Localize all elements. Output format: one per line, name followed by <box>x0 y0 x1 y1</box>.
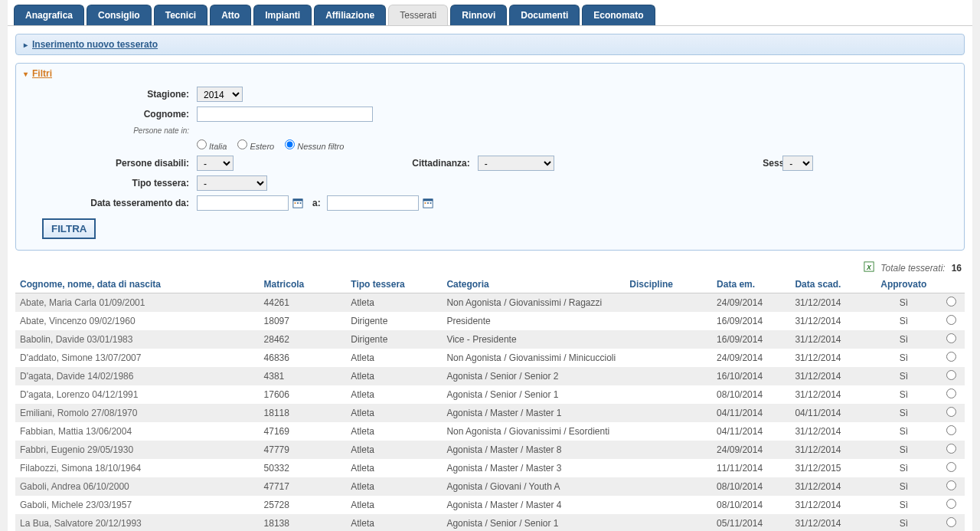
svg-rect-9 <box>430 202 431 204</box>
cell-approvato: Sì <box>869 459 939 477</box>
cell-emissione: 16/10/2014 <box>712 367 790 385</box>
col-matricola[interactable]: Matricola <box>260 276 347 293</box>
tab-anagrafica[interactable]: Anagrafica <box>14 5 84 25</box>
filtra-button[interactable]: FILTRA <box>42 218 96 239</box>
row-select-radio[interactable] <box>946 333 956 343</box>
row-select-radio[interactable] <box>946 297 956 306</box>
table-row[interactable]: Gaboli, Andrea 06/10/200047717AtletaAgon… <box>15 477 965 496</box>
tab-rinnovi[interactable]: Rinnovi <box>450 5 507 25</box>
cell-discipline <box>625 293 712 313</box>
row-select-radio[interactable] <box>946 517 956 527</box>
cell-matricola: 46836 <box>260 349 347 367</box>
table-row[interactable]: Emiliani, Romolo 27/08/197018118AtletaAg… <box>15 404 965 422</box>
tab-documenti[interactable]: Documenti <box>509 5 580 25</box>
data-a-input[interactable] <box>327 195 419 211</box>
tab-tecnici[interactable]: Tecnici <box>154 5 207 25</box>
cell-tipo: Atleta <box>346 293 442 313</box>
table-row[interactable]: Gaboli, Michele 23/03/195725728AtletaAgo… <box>15 496 965 514</box>
col-categoria[interactable]: Categoria <box>442 276 625 293</box>
table-row[interactable]: Abate, Vincenzo 09/02/196018097Dirigente… <box>15 312 965 330</box>
tab-tesserati[interactable]: Tesserati <box>388 5 448 25</box>
label-stagione: Stagione: <box>39 89 192 100</box>
cell-name: Abate, Maria Carla 01/09/2001 <box>15 293 260 313</box>
table-row[interactable]: Abate, Maria Carla 01/09/200144261Atleta… <box>15 293 965 313</box>
calendar-icon[interactable] <box>423 198 433 208</box>
row-select-radio[interactable] <box>946 388 956 398</box>
table-row[interactable]: Babolin, Davide 03/01/198328462Dirigente… <box>15 330 965 349</box>
row-select-radio[interactable] <box>946 499 956 509</box>
label-a: a: <box>305 198 325 208</box>
cell-name: Gaboli, Andrea 06/10/2000 <box>15 477 260 496</box>
cell-categoria: Non Agonista / Giovanissimi / Ragazzi <box>442 293 625 313</box>
tab-affiliazione[interactable]: Affiliazione <box>314 5 386 25</box>
radio-estero[interactable]: Estero <box>237 139 274 151</box>
cell-name: D'agata, Davide 14/02/1986 <box>15 367 260 385</box>
cittadinanza-select[interactable]: - <box>478 156 554 171</box>
col-emissione[interactable]: Data em. <box>712 276 790 293</box>
row-select-radio[interactable] <box>946 480 956 490</box>
svg-rect-2 <box>295 202 296 204</box>
cell-discipline <box>625 477 712 496</box>
totals-row: X Totale tesserati: 16 <box>8 258 972 276</box>
tab-consiglio[interactable]: Consiglio <box>87 5 152 25</box>
sesso-select[interactable]: - <box>782 156 813 171</box>
cell-tipo: Dirigente <box>346 330 442 349</box>
row-select-radio[interactable] <box>946 444 956 454</box>
radio-italia[interactable]: Italia <box>197 139 227 151</box>
row-select-radio[interactable] <box>946 315 956 325</box>
table-row[interactable]: D'agata, Davide 14/02/19864381AtletaAgon… <box>15 367 965 385</box>
cell-tipo: Atleta <box>346 349 442 367</box>
table-row[interactable]: Fabbri, Eugenio 29/05/193047779AtletaAgo… <box>15 441 965 459</box>
table-row[interactable]: Filabozzi, Simona 18/10/196450332AtletaA… <box>15 459 965 477</box>
table-row[interactable]: D'addato, Simone 13/07/200746836AtletaNo… <box>15 349 965 367</box>
tipo-tessera-select[interactable]: - <box>197 175 267 191</box>
table-row[interactable]: La Bua, Salvatore 20/12/199318138AtletaA… <box>15 514 965 531</box>
tab-atto[interactable]: Atto <box>210 5 251 25</box>
cell-matricola: 18138 <box>260 514 347 531</box>
cell-name: La Bua, Salvatore 20/12/1993 <box>15 514 260 531</box>
row-select-radio[interactable] <box>946 370 956 380</box>
row-select-radio[interactable] <box>946 352 956 362</box>
col-tipo[interactable]: Tipo tessera <box>346 276 442 293</box>
col-approvato[interactable]: Approvato <box>869 276 939 293</box>
row-select-radio[interactable] <box>946 425 956 435</box>
label-sesso: Sesso: <box>701 158 778 169</box>
cell-approvato: Sì <box>869 441 939 459</box>
cell-matricola: 44261 <box>260 293 347 313</box>
radio-nessun-filtro[interactable]: Nessun filtro <box>285 139 344 151</box>
row-select-radio[interactable] <box>946 407 956 417</box>
svg-rect-3 <box>297 202 299 204</box>
cell-matricola: 4381 <box>260 367 347 385</box>
cell-scadenza: 31/12/2014 <box>790 514 868 531</box>
disabili-select[interactable]: - <box>197 156 234 171</box>
table-row[interactable]: D'agata, Lorenzo 04/12/199117606AtletaAg… <box>15 385 965 404</box>
cell-discipline <box>625 330 712 349</box>
insert-panel[interactable]: ▸ Inserimento nuovo tesserato <box>15 34 965 55</box>
cell-name: Fabbri, Eugenio 29/05/1930 <box>15 441 260 459</box>
col-scadenza[interactable]: Data scad. <box>790 276 868 293</box>
table-row[interactable]: Fabbian, Mattia 13/06/200447169AtletaNon… <box>15 422 965 441</box>
filters-toggle[interactable]: ▾ Filtri <box>24 68 956 79</box>
col-discipline[interactable]: Discipline <box>625 276 712 293</box>
excel-export-icon[interactable]: X <box>864 261 874 274</box>
tab-economato[interactable]: Economato <box>582 5 655 25</box>
cell-approvato: Sì <box>869 349 939 367</box>
label-data-da: Data tesseramento da: <box>39 198 192 208</box>
calendar-icon[interactable] <box>292 198 303 208</box>
insert-link[interactable]: Inserimento nuovo tesserato <box>32 39 158 50</box>
data-da-input[interactable] <box>197 195 289 211</box>
cell-emissione: 16/09/2014 <box>712 312 790 330</box>
cell-emissione: 11/11/2014 <box>712 459 790 477</box>
cell-matricola: 18118 <box>260 404 347 422</box>
tab-impianti[interactable]: Impianti <box>253 5 312 25</box>
cell-matricola: 47717 <box>260 477 347 496</box>
cell-scadenza: 31/12/2014 <box>790 349 868 367</box>
cognome-input[interactable] <box>197 107 373 122</box>
cell-categoria: Non Agonista / Giovanissimi / Esordienti <box>442 422 625 441</box>
filters-panel: ▾ Filtri Stagione: 2014 Cognome: Persone… <box>15 63 965 251</box>
stagione-select[interactable]: 2014 <box>197 87 243 102</box>
col-name[interactable]: Cognome, nome, data di nascita <box>15 276 260 293</box>
chevron-right-icon: ▸ <box>24 41 28 49</box>
row-select-radio[interactable] <box>946 462 956 472</box>
cell-scadenza: 31/12/2014 <box>790 441 868 459</box>
